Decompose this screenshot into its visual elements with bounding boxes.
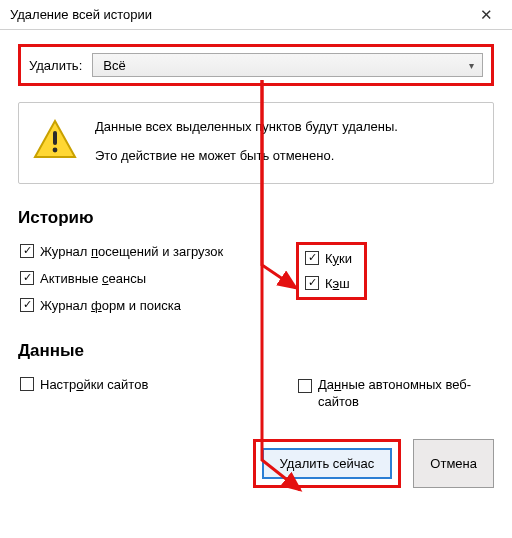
checkbox-label: Данные автономных веб-сайтов [318,377,488,411]
section-data-heading: Данные [18,341,494,361]
checkbox-label: Журнал форм и поиска [40,298,181,313]
timerange-value: Всё [103,58,125,73]
checkbox-label: Журнал посещений и загрузок [40,244,223,259]
highlight-delete-button: Удалить сейчас [253,439,402,488]
checkbox-visits[interactable]: Журнал посещений и загрузок [18,242,296,261]
checkbox-box [20,244,34,258]
delete-now-button[interactable]: Удалить сейчас [262,448,393,479]
titlebar: Удаление всей истории ✕ [0,0,512,30]
checkbox-box [305,276,319,290]
timerange-row: Удалить: Всё ▾ [18,44,494,86]
checkbox-sessions[interactable]: Активные сеансы [18,269,296,288]
checkbox-box [20,271,34,285]
checkbox-offline-data[interactable]: Данные автономных веб-сайтов [296,375,490,413]
history-checkboxes: Журнал посещений и загрузок Активные сеа… [18,242,494,315]
warning-line2: Это действие не может быть отменено. [95,148,398,165]
timerange-select[interactable]: Всё ▾ [92,53,483,77]
section-history-heading: Историю [18,208,494,228]
svg-point-2 [53,148,58,153]
chevron-down-icon: ▾ [469,60,474,71]
highlight-cookies-cache: Куки Кэш [296,242,367,300]
checkbox-cookies[interactable]: Куки [303,249,354,268]
close-icon: ✕ [480,6,493,24]
checkbox-site-settings[interactable]: Настройки сайтов [18,375,296,394]
checkbox-label: Куки [325,251,352,266]
svg-rect-1 [53,131,57,145]
checkbox-forms[interactable]: Журнал форм и поиска [18,296,296,315]
close-button[interactable]: ✕ [466,1,506,29]
warning-text: Данные всех выделенных пунктов будут уда… [95,119,398,165]
cancel-button[interactable]: Отмена [413,439,494,488]
checkbox-box [305,251,319,265]
checkbox-cache[interactable]: Кэш [303,274,354,293]
button-row: Удалить сейчас Отмена [18,439,494,488]
warning-line1: Данные всех выделенных пунктов будут уда… [95,119,398,136]
dialog-content: Удалить: Всё ▾ Данные всех выделенных пу… [0,30,512,506]
checkbox-box [20,298,34,312]
warning-icon [33,119,77,159]
checkbox-box [298,379,312,393]
checkbox-label: Кэш [325,276,350,291]
checkbox-label: Настройки сайтов [40,377,148,392]
window-title: Удаление всей истории [10,7,152,22]
checkbox-box [20,377,34,391]
warning-box: Данные всех выделенных пунктов будут уда… [18,102,494,184]
checkbox-label: Активные сеансы [40,271,146,286]
data-checkboxes: Настройки сайтов Данные автономных веб-с… [18,375,494,413]
timerange-label: Удалить: [29,58,82,73]
